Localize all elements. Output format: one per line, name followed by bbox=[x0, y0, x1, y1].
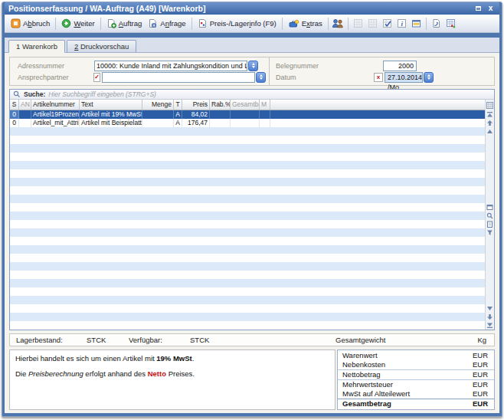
strip-scroll-bottom-button[interactable] bbox=[486, 321, 494, 330]
toolbar-button-weiter[interactable]: Weiter bbox=[58, 17, 97, 30]
table-row[interactable] bbox=[10, 287, 485, 296]
toolbar-iconbutton-doc-export[interactable] bbox=[429, 16, 443, 31]
toolbar-iconbutton-table-add[interactable] bbox=[443, 16, 458, 31]
strip-doc-small-button[interactable] bbox=[486, 220, 494, 228]
strip-triangle-up-button[interactable] bbox=[486, 127, 494, 136]
table-row[interactable] bbox=[10, 178, 485, 186]
ansprechpartner-spinner[interactable] bbox=[256, 72, 266, 83]
column-header-filler[interactable] bbox=[270, 100, 485, 110]
table-row[interactable] bbox=[10, 153, 485, 161]
table-row[interactable] bbox=[10, 212, 485, 220]
column-header-rab[interactable]: Rab.% bbox=[210, 100, 231, 110]
toolbar-button-abbruch[interactable]: Abbruch bbox=[8, 17, 53, 30]
filter-icon bbox=[486, 229, 493, 236]
doc-small-icon bbox=[486, 221, 493, 228]
tab-druckvorschau[interactable]: 2 Druckvorschau bbox=[67, 40, 136, 53]
column-header-m[interactable]: M bbox=[260, 100, 270, 110]
table-row[interactable] bbox=[10, 245, 485, 254]
table-row[interactable] bbox=[10, 313, 485, 321]
restore-button[interactable] bbox=[473, 5, 483, 13]
table-row[interactable] bbox=[10, 127, 485, 136]
table-row[interactable] bbox=[10, 186, 485, 195]
table-cell bbox=[260, 254, 270, 262]
column-header-artikelnummer[interactable]: Artikelnummer bbox=[31, 100, 80, 110]
calendar-icon[interactable]: x bbox=[374, 73, 383, 82]
strip-window-small-button[interactable] bbox=[486, 203, 494, 212]
strip-magnifier-button[interactable] bbox=[486, 212, 494, 220]
table-cell bbox=[31, 271, 80, 279]
table-row[interactable] bbox=[10, 296, 485, 304]
table-row[interactable] bbox=[10, 169, 485, 178]
summary-unit: EUR bbox=[473, 399, 488, 408]
grid-corner-button[interactable] bbox=[486, 100, 494, 110]
table-cell bbox=[10, 144, 19, 153]
table-row[interactable] bbox=[10, 195, 485, 203]
table-cell bbox=[174, 262, 182, 271]
adressnummer-value[interactable]: 10000: Kunde Inland mit Zahlungskonditio… bbox=[94, 61, 247, 71]
strip-arrow-down-button[interactable] bbox=[486, 313, 494, 321]
table-cell bbox=[260, 228, 270, 237]
toolbar-button-auftrag[interactable]: Auftrag bbox=[103, 17, 146, 30]
summary-row-mwst-auf-altteilewert: MwSt auf AltteilewertEUR bbox=[338, 389, 494, 399]
toolbar-button-extras[interactable]: Extras bbox=[285, 17, 326, 30]
adressnummer-spinner[interactable] bbox=[248, 61, 258, 71]
ansprechpartner-combo[interactable] bbox=[102, 72, 266, 83]
table-row[interactable] bbox=[10, 161, 485, 169]
column-header-an[interactable]: AN bbox=[19, 100, 31, 110]
table-row[interactable] bbox=[10, 220, 485, 228]
toolbar-iconbutton-window-layout[interactable] bbox=[409, 16, 424, 31]
column-header-s[interactable]: S bbox=[10, 100, 19, 110]
adressnummer-combo[interactable]: 10000: Kunde Inland mit Zahlungskonditio… bbox=[94, 61, 258, 71]
column-header-preis[interactable]: Preis bbox=[182, 100, 210, 110]
grid-side-strip bbox=[485, 100, 494, 330]
toolbar-button-preis-lagerinfo-f9-[interactable]: Preis-/Lagerinfo (F9) bbox=[195, 17, 280, 30]
table-cell bbox=[80, 271, 142, 279]
table-row[interactable] bbox=[10, 321, 485, 330]
table-cell bbox=[142, 220, 174, 228]
summary-unit: EUR bbox=[473, 380, 488, 389]
table-row[interactable] bbox=[10, 228, 485, 237]
column-header-t[interactable]: T bbox=[174, 100, 182, 110]
table-row[interactable] bbox=[10, 279, 485, 287]
toolbar-iconbutton-grid-check[interactable] bbox=[380, 16, 394, 31]
toolbar-iconbutton-info[interactable]: i bbox=[394, 16, 409, 31]
contact-check-icon[interactable]: ✓ bbox=[93, 73, 100, 82]
table-cell bbox=[270, 127, 485, 136]
table-cell bbox=[270, 228, 485, 237]
column-header-text[interactable]: Text bbox=[80, 100, 142, 110]
table-row[interactable]: 0Artikel_mit_AttribuArtikel mit Beispiel… bbox=[10, 119, 485, 127]
table-row[interactable]: 0Artikel19ProzentArtikel mit 19% MwSt.A8… bbox=[10, 110, 485, 119]
toolbar-iconbutton-users[interactable] bbox=[331, 16, 345, 31]
strip-scroll-top-button[interactable] bbox=[486, 110, 494, 119]
grid-plain-icon bbox=[353, 18, 363, 28]
table-row[interactable] bbox=[10, 203, 485, 212]
strip-arrow-up-button[interactable] bbox=[486, 119, 494, 127]
table-cell bbox=[142, 212, 174, 220]
table-cell bbox=[182, 186, 210, 195]
strip-triangle-down-button[interactable] bbox=[486, 304, 494, 313]
belegnummer-input[interactable]: 2000 bbox=[383, 61, 417, 71]
table-row[interactable] bbox=[10, 271, 485, 279]
table-row[interactable] bbox=[10, 304, 485, 313]
table-row[interactable] bbox=[10, 254, 485, 262]
table-cell bbox=[31, 220, 80, 228]
tab-warenkorb[interactable]: 1 Warenkorb bbox=[8, 40, 65, 53]
datum-spinner[interactable] bbox=[424, 72, 434, 83]
table-cell bbox=[210, 212, 231, 220]
datum-input[interactable]: 27.10.2014 /Mo bbox=[385, 72, 423, 83]
window-title: Positionserfassung / WA-Auftrag (A49) [W… bbox=[8, 4, 471, 13]
table-row[interactable] bbox=[10, 136, 485, 144]
column-header-gesamtbetrag[interactable]: Gesamtbetrag bbox=[231, 100, 260, 110]
table-row[interactable] bbox=[10, 144, 485, 153]
table-cell bbox=[31, 254, 80, 262]
close-button[interactable]: x bbox=[486, 5, 496, 13]
column-header-menge[interactable]: Menge bbox=[142, 100, 174, 110]
table-cell bbox=[231, 161, 260, 169]
table-cell bbox=[19, 262, 31, 271]
table-row[interactable] bbox=[10, 262, 485, 271]
grid-search-row[interactable]: Suche: Hier Suchbegriff eingeben (STRG+S… bbox=[10, 90, 494, 100]
table-row[interactable] bbox=[10, 237, 485, 245]
strip-filter-button[interactable] bbox=[486, 228, 494, 237]
toolbar-button-anfrage[interactable]: Anfrage bbox=[145, 17, 188, 30]
ansprechpartner-value[interactable] bbox=[102, 72, 255, 83]
